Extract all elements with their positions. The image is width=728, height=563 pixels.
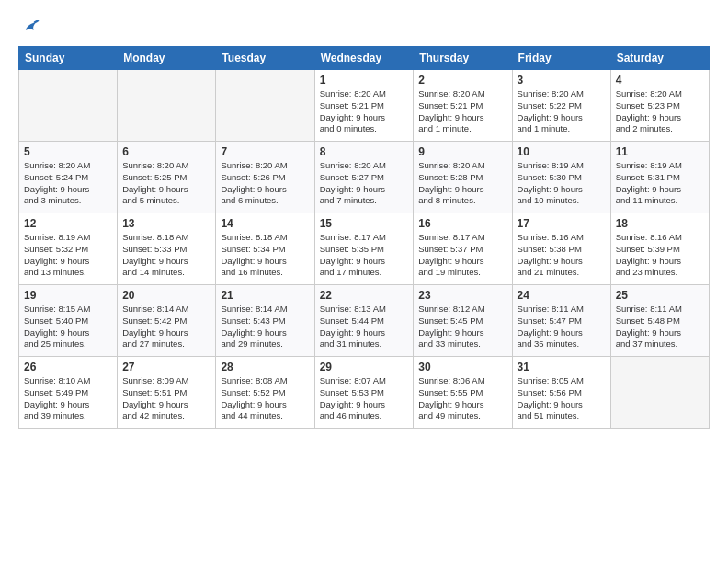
calendar-cell-1-7: 4Sunrise: 8:20 AM Sunset: 5:23 PM Daylig… — [610, 70, 709, 142]
calendar-cell-4-5: 23Sunrise: 8:12 AM Sunset: 5:45 PM Dayli… — [414, 285, 512, 357]
day-number: 29 — [320, 361, 409, 373]
day-number: 30 — [418, 361, 506, 373]
day-info: Sunrise: 8:15 AM Sunset: 5:40 PM Dayligh… — [24, 304, 112, 350]
logo-bird-icon — [20, 17, 40, 37]
day-number: 26 — [24, 361, 112, 373]
day-number: 31 — [518, 361, 606, 373]
day-info: Sunrise: 8:20 AM Sunset: 5:22 PM Dayligh… — [518, 88, 606, 135]
calendar-table: SundayMondayTuesdayWednesdayThursdayFrid… — [18, 46, 710, 429]
day-info: Sunrise: 8:10 AM Sunset: 5:49 PM Dayligh… — [24, 375, 112, 422]
day-info: Sunrise: 8:06 AM Sunset: 5:55 PM Dayligh… — [418, 375, 506, 422]
day-info: Sunrise: 8:17 AM Sunset: 5:37 PM Dayligh… — [418, 232, 506, 279]
day-number: 21 — [221, 289, 309, 302]
day-number: 2 — [418, 74, 506, 86]
day-number: 4 — [616, 74, 704, 86]
day-number: 14 — [221, 217, 309, 230]
day-number: 5 — [24, 145, 112, 158]
week-row-2: 5Sunrise: 8:20 AM Sunset: 5:24 PM Daylig… — [19, 142, 710, 213]
calendar-cell-5-3: 28Sunrise: 8:08 AM Sunset: 5:52 PM Dayli… — [216, 357, 314, 429]
day-info: Sunrise: 8:07 AM Sunset: 5:53 PM Dayligh… — [320, 375, 409, 422]
day-info: Sunrise: 8:17 AM Sunset: 5:35 PM Dayligh… — [320, 232, 409, 279]
header — [18, 17, 710, 37]
calendar-cell-1-3 — [216, 70, 314, 142]
week-row-1: 1Sunrise: 8:20 AM Sunset: 5:21 PM Daylig… — [19, 70, 710, 142]
day-number: 3 — [518, 74, 606, 86]
day-number: 6 — [122, 145, 210, 158]
day-number: 22 — [320, 289, 409, 302]
calendar-cell-5-7 — [610, 357, 709, 429]
day-info: Sunrise: 8:19 AM Sunset: 5:30 PM Dayligh… — [518, 160, 606, 207]
weekday-header-wednesday: Wednesday — [314, 47, 414, 70]
calendar-cell-1-5: 2Sunrise: 8:20 AM Sunset: 5:21 PM Daylig… — [414, 70, 512, 142]
weekday-header-monday: Monday — [118, 47, 216, 70]
day-number: 18 — [616, 217, 704, 230]
day-info: Sunrise: 8:18 AM Sunset: 5:34 PM Dayligh… — [221, 232, 309, 279]
calendar-cell-1-4: 1Sunrise: 8:20 AM Sunset: 5:21 PM Daylig… — [314, 70, 414, 142]
day-info: Sunrise: 8:11 AM Sunset: 5:47 PM Dayligh… — [518, 304, 606, 350]
day-info: Sunrise: 8:20 AM Sunset: 5:23 PM Dayligh… — [616, 88, 704, 135]
calendar-cell-5-1: 26Sunrise: 8:10 AM Sunset: 5:49 PM Dayli… — [19, 357, 118, 429]
day-info: Sunrise: 8:20 AM Sunset: 5:27 PM Dayligh… — [320, 160, 409, 207]
calendar-cell-4-2: 20Sunrise: 8:14 AM Sunset: 5:42 PM Dayli… — [118, 285, 216, 357]
page: SundayMondayTuesdayWednesdayThursdayFrid… — [0, 0, 728, 563]
day-number: 16 — [418, 217, 506, 230]
day-number: 15 — [320, 217, 409, 230]
calendar-cell-3-4: 15Sunrise: 8:17 AM Sunset: 5:35 PM Dayli… — [314, 213, 414, 285]
day-info: Sunrise: 8:20 AM Sunset: 5:28 PM Dayligh… — [418, 160, 506, 207]
calendar-cell-4-7: 25Sunrise: 8:11 AM Sunset: 5:48 PM Dayli… — [610, 285, 709, 357]
weekday-header-tuesday: Tuesday — [216, 47, 314, 70]
calendar-cell-4-3: 21Sunrise: 8:14 AM Sunset: 5:43 PM Dayli… — [216, 285, 314, 357]
calendar-cell-5-2: 27Sunrise: 8:09 AM Sunset: 5:51 PM Dayli… — [118, 357, 216, 429]
day-info: Sunrise: 8:20 AM Sunset: 5:25 PM Dayligh… — [122, 160, 210, 207]
calendar-cell-2-6: 10Sunrise: 8:19 AM Sunset: 5:30 PM Dayli… — [512, 142, 610, 213]
day-number: 17 — [518, 217, 606, 230]
day-number: 1 — [320, 74, 409, 86]
weekday-header-row: SundayMondayTuesdayWednesdayThursdayFrid… — [19, 47, 710, 70]
calendar-cell-5-4: 29Sunrise: 8:07 AM Sunset: 5:53 PM Dayli… — [314, 357, 414, 429]
calendar-cell-1-6: 3Sunrise: 8:20 AM Sunset: 5:22 PM Daylig… — [512, 70, 610, 142]
day-info: Sunrise: 8:08 AM Sunset: 5:52 PM Dayligh… — [221, 375, 309, 422]
day-number: 9 — [418, 145, 506, 158]
day-number: 7 — [221, 145, 309, 158]
day-number: 20 — [122, 289, 210, 302]
calendar-cell-2-4: 8Sunrise: 8:20 AM Sunset: 5:27 PM Daylig… — [314, 142, 414, 213]
day-number: 13 — [122, 217, 210, 230]
day-info: Sunrise: 8:16 AM Sunset: 5:39 PM Dayligh… — [616, 232, 704, 279]
calendar-cell-2-1: 5Sunrise: 8:20 AM Sunset: 5:24 PM Daylig… — [19, 142, 118, 213]
day-info: Sunrise: 8:20 AM Sunset: 5:24 PM Dayligh… — [24, 160, 112, 207]
day-number: 19 — [24, 289, 112, 302]
weekday-header-sunday: Sunday — [19, 47, 118, 70]
calendar-cell-1-2 — [118, 70, 216, 142]
day-info: Sunrise: 8:05 AM Sunset: 5:56 PM Dayligh… — [518, 375, 606, 422]
day-number: 24 — [518, 289, 606, 302]
day-info: Sunrise: 8:09 AM Sunset: 5:51 PM Dayligh… — [122, 375, 210, 422]
day-info: Sunrise: 8:20 AM Sunset: 5:21 PM Dayligh… — [418, 88, 506, 135]
week-row-5: 26Sunrise: 8:10 AM Sunset: 5:49 PM Dayli… — [19, 357, 710, 429]
calendar-cell-2-7: 11Sunrise: 8:19 AM Sunset: 5:31 PM Dayli… — [610, 142, 709, 213]
day-info: Sunrise: 8:20 AM Sunset: 5:26 PM Dayligh… — [221, 160, 309, 207]
calendar-cell-4-4: 22Sunrise: 8:13 AM Sunset: 5:44 PM Dayli… — [314, 285, 414, 357]
day-info: Sunrise: 8:19 AM Sunset: 5:32 PM Dayligh… — [24, 232, 112, 279]
calendar-cell-5-6: 31Sunrise: 8:05 AM Sunset: 5:56 PM Dayli… — [512, 357, 610, 429]
day-number: 27 — [122, 361, 210, 373]
day-number: 23 — [418, 289, 506, 302]
calendar-cell-3-1: 12Sunrise: 8:19 AM Sunset: 5:32 PM Dayli… — [19, 213, 118, 285]
week-row-3: 12Sunrise: 8:19 AM Sunset: 5:32 PM Dayli… — [19, 213, 710, 285]
day-info: Sunrise: 8:16 AM Sunset: 5:38 PM Dayligh… — [518, 232, 606, 279]
day-info: Sunrise: 8:19 AM Sunset: 5:31 PM Dayligh… — [616, 160, 704, 207]
logo — [18, 17, 40, 37]
week-row-4: 19Sunrise: 8:15 AM Sunset: 5:40 PM Dayli… — [19, 285, 710, 357]
day-number: 28 — [221, 361, 309, 373]
day-number: 10 — [518, 145, 606, 158]
weekday-header-saturday: Saturday — [610, 47, 709, 70]
calendar-cell-3-5: 16Sunrise: 8:17 AM Sunset: 5:37 PM Dayli… — [414, 213, 512, 285]
weekday-header-friday: Friday — [512, 47, 610, 70]
day-number: 11 — [616, 145, 704, 158]
calendar-cell-5-5: 30Sunrise: 8:06 AM Sunset: 5:55 PM Dayli… — [414, 357, 512, 429]
day-number: 12 — [24, 217, 112, 230]
calendar-cell-3-6: 17Sunrise: 8:16 AM Sunset: 5:38 PM Dayli… — [512, 213, 610, 285]
day-info: Sunrise: 8:18 AM Sunset: 5:33 PM Dayligh… — [122, 232, 210, 279]
day-info: Sunrise: 8:13 AM Sunset: 5:44 PM Dayligh… — [320, 304, 409, 350]
day-info: Sunrise: 8:11 AM Sunset: 5:48 PM Dayligh… — [616, 304, 704, 350]
day-info: Sunrise: 8:14 AM Sunset: 5:42 PM Dayligh… — [122, 304, 210, 350]
